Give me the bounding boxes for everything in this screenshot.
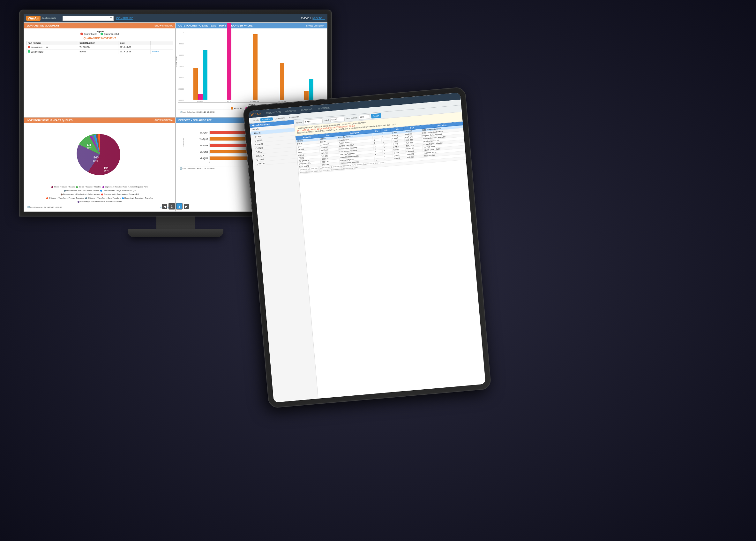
inventory-refresh: 🔄 Last Refreshed: 2018-11-28 10:33:03 ww… xyxy=(26,205,174,209)
quarantine-table: Part Number Serial Number Date xyxy=(26,41,173,54)
dashboard-dropdown[interactable]: ▼ xyxy=(63,16,114,21)
tablet-screen: WinAir PRODUCTION RECORDS PLANNING PROGR… xyxy=(248,93,485,403)
filter-label-send: Send Number xyxy=(346,117,358,120)
filter-input-aircraft[interactable] xyxy=(303,119,323,125)
review-link[interactable]: Review xyxy=(152,50,159,53)
col-serial-number[interactable]: Serial Number xyxy=(78,41,119,45)
bar-group-agus04: AGUS04 xyxy=(278,63,286,103)
bar-chart: $ Total Value 300000 250000 200000 15000… xyxy=(178,30,325,103)
tablet-logo: WinAir xyxy=(251,112,261,116)
quarantine-legend: Legend Quarantine In Quarantine Out xyxy=(26,30,173,35)
svg-text:154: 154 xyxy=(104,166,109,169)
configure-link[interactable]: CONFIGURE xyxy=(116,17,133,20)
quarantine-table-title: QUARANTINE MOVEMENT xyxy=(26,37,173,40)
filter-label-install: Install xyxy=(324,119,329,121)
nav-logo: WinAir dashboards xyxy=(26,16,56,21)
next-page-button[interactable]: ▶ xyxy=(184,204,189,209)
svg-text:543: 543 xyxy=(94,156,99,159)
col-date[interactable]: Date xyxy=(119,41,150,45)
svg-text:15%: 15% xyxy=(87,146,92,149)
pie-chart-svg: 543 58% 154 16% 138 15% xyxy=(74,129,126,180)
svg-text:58%: 58% xyxy=(93,159,98,162)
inventory-header: INVENTORY STATUS - PART QUEUES SHOW CRIT… xyxy=(24,118,175,123)
goto-link[interactable]: GO TO... xyxy=(313,17,325,20)
quarantine-header: QUARANTINE MOVEMENT SHOW CRITERIA xyxy=(24,23,175,28)
tablet-main: Aircraft Install Send Number Search CAN … xyxy=(294,105,485,399)
nav-bar: WinAir dashboards ▼ CONFIGURE AVB401 | G… xyxy=(24,14,328,22)
tab-components[interactable]: Components xyxy=(273,116,287,120)
pagination-bar: ◀ 1 2 ▶ xyxy=(162,203,189,210)
bar-group-agus02: AGUS02 xyxy=(193,50,207,103)
bar-group-heli18: HELI18 xyxy=(304,79,313,103)
svg-text:138: 138 xyxy=(87,143,91,146)
tablet-content: Aircraft Tree View Aircraft C-ANS C-FANU… xyxy=(250,105,486,403)
dropdown-arrow-icon: ▼ xyxy=(110,17,112,19)
monitor-stand-base xyxy=(127,229,223,237)
bar-group-gvhaero: GVHAERO xyxy=(251,34,260,103)
hbar-y-axis-label: Aircraft ID xyxy=(182,138,184,147)
filter-input-install[interactable] xyxy=(330,117,345,122)
tablet-nav-programs[interactable]: PROGRAMS xyxy=(315,106,331,111)
filter-search-button[interactable]: Search xyxy=(371,113,381,119)
tablet-nav-planning[interactable]: PLANNING xyxy=(299,107,314,112)
bar-group-opti01: OPTI01 xyxy=(226,23,232,103)
table-row: 0164448170 B162B 2019-11-28 Review xyxy=(27,50,173,54)
pie-legend: Stores > Issues > Issues Stores > Issues… xyxy=(26,185,174,205)
quarantine-panel: QUARANTINE MOVEMENT SHOW CRITERIA Legend… xyxy=(24,23,175,117)
tab-accessories[interactable]: Accessories xyxy=(287,115,300,119)
tablet-nav-production[interactable]: PRODUCTION xyxy=(265,110,282,115)
logo-winair: WinAir xyxy=(26,16,41,21)
user-info: AVB401 | GO TO... xyxy=(301,17,325,20)
tab-assemblies[interactable]: Assemblies xyxy=(260,117,273,121)
tablet-data-area: CAN PLEASE AND RESOLVE MAKE TO AIRCRAFT … xyxy=(295,112,486,398)
table-row: 109-0440-01-123 TUR00274 2018-11-28 xyxy=(27,45,173,50)
filter-label-aircraft: Aircraft xyxy=(296,121,302,124)
filter-input-send[interactable] xyxy=(359,114,370,120)
col-part-number[interactable]: Part Number xyxy=(27,41,78,45)
prev-page-button[interactable]: ◀ xyxy=(162,204,167,209)
logo-subtitle: dashboards xyxy=(42,17,56,19)
y-axis-label: $ Total Value xyxy=(176,57,177,67)
monitor-stand-neck xyxy=(156,217,195,229)
tablet-nav-records[interactable]: RECORDS xyxy=(284,109,298,113)
outstanding-po-header: OUTSTANDING PO LINE ITEMS - TOP 5 VENDOR… xyxy=(176,23,327,28)
inventory-panel: INVENTORY STATUS - PART QUEUES SHOW CRIT… xyxy=(24,118,175,212)
page-1-button[interactable]: 1 xyxy=(168,203,175,210)
tablet: WinAir PRODUCTION RECORDS PLANNING PROGR… xyxy=(243,87,491,408)
page-2-button[interactable]: 2 xyxy=(176,203,182,210)
tab-aircraft[interactable]: Aircraft xyxy=(251,118,260,122)
pie-area: 543 58% 154 16% 138 15% Stor xyxy=(24,123,175,211)
svg-text:16%: 16% xyxy=(104,169,109,172)
